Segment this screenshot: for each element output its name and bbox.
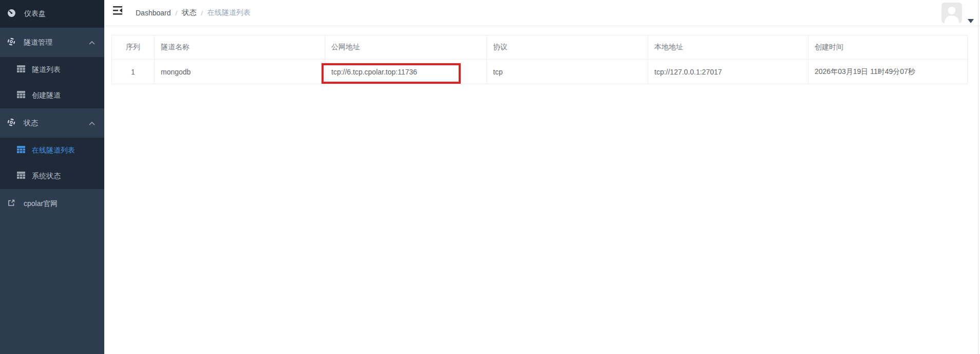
cell-public-url: tcp://6.tcp.cpolar.top:11736 xyxy=(325,60,487,84)
sidebar-item-label: cpolar官网 xyxy=(24,199,58,209)
sidebar-item-label: 在线隧道列表 xyxy=(32,146,75,155)
ring-icon xyxy=(7,38,15,47)
column-header-protocol: 协议 xyxy=(487,35,648,60)
avatar[interactable] xyxy=(941,3,962,23)
sidebar-filler xyxy=(0,218,104,354)
top-navbar: Dashboard / 状态 / 在线隧道列表 xyxy=(104,0,980,26)
chevron-up-icon xyxy=(88,39,96,47)
cell-local-addr: tcp://127.0.0.1:27017 xyxy=(648,60,808,84)
sidebar-group-status[interactable]: 状态 xyxy=(0,108,104,138)
breadcrumb-item-status[interactable]: 状态 xyxy=(182,8,196,17)
column-header-local-addr: 本地地址 xyxy=(648,35,808,60)
breadcrumb-item-dashboard[interactable]: Dashboard xyxy=(136,9,171,17)
sidebar-toggle-icon[interactable] xyxy=(113,6,123,17)
sidebar-item-label: 状态 xyxy=(24,119,38,128)
breadcrumb-separator: / xyxy=(176,9,178,17)
cell-protocol: tcp xyxy=(487,60,648,84)
sidebar-item-label: 仪表盘 xyxy=(24,9,46,18)
column-header-created-at: 创建时间 xyxy=(808,35,968,60)
table-grid-icon xyxy=(17,65,25,74)
sidebar-item-label: 系统状态 xyxy=(32,172,61,181)
cell-created-at: 2026年03月19日 11时49分07秒 xyxy=(808,60,968,84)
column-header-seq: 序列 xyxy=(112,35,155,60)
sidebar-item-online-tunnel-list[interactable]: 在线隧道列表 xyxy=(0,138,104,163)
caret-down-icon[interactable] xyxy=(968,19,974,23)
table-row: 1 mongodb tcp://6.tcp.cpolar.top:11736 t… xyxy=(112,60,968,84)
table-grid-icon xyxy=(17,91,25,100)
column-header-public-url: 公网地址 xyxy=(325,35,487,60)
breadcrumb-item-online-tunnel-list: 在线隧道列表 xyxy=(208,8,251,17)
external-link-icon xyxy=(7,199,15,209)
sidebar: 仪表盘 隧道管理 xyxy=(0,0,104,354)
breadcrumb: Dashboard / 状态 / 在线隧道列表 xyxy=(136,0,251,26)
cell-tunnel-name: mongodb xyxy=(155,60,325,84)
sidebar-group-tunnel-management[interactable]: 隧道管理 xyxy=(0,28,104,57)
sidebar-item-cpolar-website[interactable]: cpolar官网 xyxy=(0,189,104,218)
app-window: 仪表盘 隧道管理 xyxy=(0,0,980,354)
table-grid-icon xyxy=(17,146,25,155)
sidebar-submenu-tunnel-management: 隧道列表 创建隧道 xyxy=(0,57,104,108)
cell-seq: 1 xyxy=(112,60,155,84)
column-header-tunnel-name: 隧道名称 xyxy=(155,35,325,60)
tunnel-table-container: 序列 隧道名称 公网地址 协议 本地地址 创建时间 1 mongodb tcp:… xyxy=(111,35,968,84)
sidebar-item-tunnel-list[interactable]: 隧道列表 xyxy=(0,57,104,83)
table-grid-icon xyxy=(17,172,25,181)
table-header-row: 序列 隧道名称 公网地址 协议 本地地址 创建时间 xyxy=(112,35,968,60)
sidebar-item-label: 隧道列表 xyxy=(32,65,61,74)
sidebar-item-label: 创建隧道 xyxy=(32,91,61,100)
sidebar-item-create-tunnel[interactable]: 创建隧道 xyxy=(0,83,104,108)
sidebar-item-label: 隧道管理 xyxy=(24,38,52,47)
chevron-up-icon xyxy=(88,119,96,127)
window-edge-line xyxy=(978,0,978,354)
sidebar-item-system-status[interactable]: 系统状态 xyxy=(0,163,104,189)
main-content: Dashboard / 状态 / 在线隧道列表 xyxy=(104,0,980,354)
sidebar-item-dashboard[interactable]: 仪表盘 xyxy=(0,0,104,28)
online-tunnel-table: 序列 隧道名称 公网地址 协议 本地地址 创建时间 1 mongodb tcp:… xyxy=(111,35,968,84)
breadcrumb-separator: / xyxy=(201,9,203,17)
ring-icon xyxy=(7,118,15,128)
sidebar-submenu-status: 在线隧道列表 系统状态 xyxy=(0,138,104,189)
gauge-icon xyxy=(7,9,16,19)
